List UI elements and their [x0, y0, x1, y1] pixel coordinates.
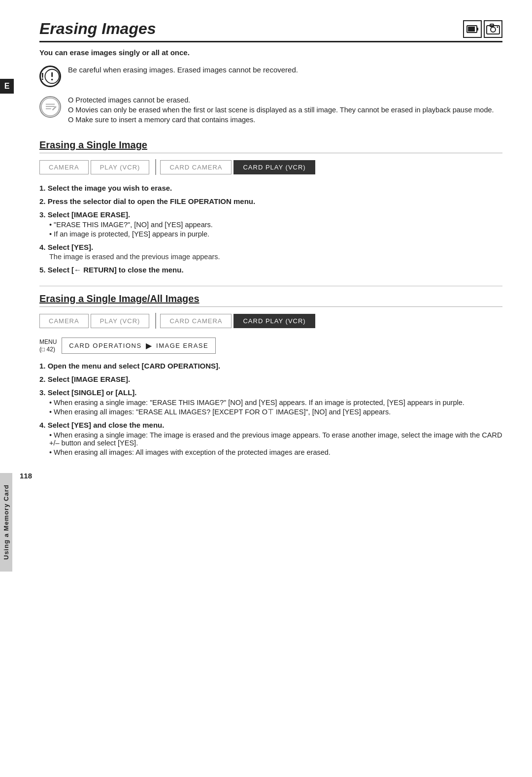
- warning-icon: [39, 66, 61, 87]
- svg-rect-8: [51, 72, 53, 77]
- step-1-3-detail-1: "ERASE THIS IMAGE?", [NO] and [YES] appe…: [49, 221, 502, 229]
- mode-btn-card-play-vcr-2[interactable]: CARD PLAY (VCR): [233, 314, 315, 328]
- mode-btn-card-camera-1[interactable]: CARD CAMERA: [160, 160, 232, 174]
- notes-box: Protected images cannot be erased. Movie…: [39, 96, 502, 126]
- svg-point-4: [491, 27, 496, 32]
- step-2-1-text: Open the menu and select [CARD OPERATION…: [48, 362, 221, 370]
- camera-icon: [484, 20, 502, 38]
- step-2-4-num: 4.: [39, 421, 46, 429]
- svg-point-6: [497, 26, 499, 28]
- step-1-3-details: "ERASE THIS IMAGE?", [NO] and [YES] appe…: [49, 221, 502, 238]
- step-2-3-detail-2: When erasing all images: "ERASE ALL IMAG…: [49, 408, 502, 416]
- section2-mode-buttons: CAMERA PLAY (VCR) CARD CAMERA CARD PLAY …: [39, 313, 502, 329]
- step-1-2: 2. Press the selector dial to open the F…: [39, 197, 502, 205]
- step-2-1: 1. Open the menu and select [CARD OPERAT…: [39, 362, 502, 370]
- section-divider: [39, 286, 502, 286]
- step-2-3: 3. Select [SINGLE] or [ALL]. When erasin…: [39, 388, 502, 416]
- mode-btn-camera-1[interactable]: CAMERA: [39, 160, 89, 174]
- step-1-1-text: Select the image you wish to erase.: [48, 184, 172, 192]
- step-2-3-num: 3.: [39, 388, 46, 397]
- step-1-5-text: Select [← RETURN] to close the menu.: [48, 266, 184, 274]
- step-1-3: 3. Select [IMAGE ERASE]. "ERASE THIS IMA…: [39, 210, 502, 238]
- page-title: Erasing Images: [39, 20, 502, 42]
- step-2-2-num: 2.: [39, 375, 46, 383]
- svg-point-9: [51, 79, 53, 81]
- mode-separator-2: [155, 313, 156, 329]
- step-2-1-num: 1.: [39, 362, 46, 370]
- menu-label: MENU (□ 42): [39, 338, 57, 353]
- step-1-5-num: 5.: [39, 266, 46, 274]
- mode-separator-1: [155, 159, 156, 175]
- step-2-4-detail-1: When erasing a single image: The image i…: [49, 431, 502, 447]
- note-item-2: Movies can only be erased when the first…: [68, 106, 494, 114]
- title-text: Erasing Images: [39, 20, 156, 38]
- menu-arrow-icon: ▶: [146, 341, 153, 350]
- mode-btn-card-play-vcr-1[interactable]: CARD PLAY (VCR): [233, 160, 315, 174]
- step-1-2-text: Press the selector dial to open the FILE…: [48, 197, 255, 205]
- step-1-4-text: Select [YES].: [48, 243, 94, 251]
- section1-mode-buttons: CAMERA PLAY (VCR) CARD CAMERA CARD PLAY …: [39, 159, 502, 175]
- step-2-4-text: Select [YES] and close the menu.: [48, 421, 165, 429]
- mode-btn-camera-2[interactable]: CAMERA: [39, 314, 89, 328]
- step-2-3-detail-1: When erasing a single image: "ERASE THIS…: [49, 399, 502, 406]
- step-1-1-num: 1.: [39, 184, 46, 192]
- menu-label-text: MENU: [39, 338, 57, 345]
- side-label: Using a Memory Card: [0, 473, 12, 572]
- page: E Using a Memory Card Erasing Images: [0, 0, 532, 495]
- menu-indicator: MENU (□ 42) CARD OPERATIONS ▶ IMAGE ERAS…: [39, 338, 502, 354]
- title-icons: [463, 20, 502, 38]
- mode-btn-card-camera-2[interactable]: CARD CAMERA: [160, 314, 232, 328]
- mode-btn-play-vcr-2[interactable]: PLAY (VCR): [91, 314, 150, 328]
- note-icon: [39, 96, 61, 118]
- svg-rect-1: [477, 28, 478, 31]
- warning-text: Be careful when erasing images. Erased i…: [68, 66, 298, 74]
- step-2-4: 4. Select [YES] and close the menu. When…: [39, 421, 502, 456]
- e-tab: E: [0, 79, 14, 94]
- menu-breadcrumb-1: CARD OPERATIONS: [69, 342, 141, 349]
- step-1-3-detail-2: If an image is protected, [YES] appears …: [49, 230, 502, 238]
- mode-btn-play-vcr-1[interactable]: PLAY (VCR): [91, 160, 150, 174]
- step-1-3-num: 3.: [39, 210, 46, 219]
- menu-breadcrumb: CARD OPERATIONS ▶ IMAGE ERASE: [62, 338, 216, 354]
- note-item-1: Protected images cannot be erased.: [68, 96, 494, 104]
- step-1-4-sub: The image is erased and the previous ima…: [49, 253, 502, 261]
- note-item-3: Make sure to insert a memory card that c…: [68, 116, 494, 124]
- intro-text: You can erase images singly or all at on…: [39, 48, 502, 57]
- section1-title: Erasing a Single Image: [39, 139, 502, 153]
- section2-title: Erasing a Single Image/All Images: [39, 293, 502, 307]
- step-2-3-text: Select [SINGLE] or [ALL].: [48, 388, 137, 397]
- page-number: 118: [20, 472, 32, 480]
- step-1-4-num: 4.: [39, 243, 46, 251]
- svg-rect-2: [468, 27, 475, 32]
- step-1-3-text: Select [IMAGE ERASE].: [48, 210, 131, 219]
- notes-list: Protected images cannot be erased. Movie…: [68, 96, 494, 126]
- section1-steps: 1. Select the image you wish to erase. 2…: [39, 184, 502, 274]
- section-erasing-single: Erasing a Single Image CAMERA PLAY (VCR)…: [39, 139, 502, 274]
- step-1-4: 4. Select [YES]. The image is erased and…: [39, 243, 502, 261]
- step-2-4-detail-2: When erasing all images: All images with…: [49, 448, 502, 456]
- step-2-2: 2. Select [IMAGE ERASE].: [39, 375, 502, 383]
- section2-steps: 1. Open the menu and select [CARD OPERAT…: [39, 362, 502, 456]
- step-2-3-details: When erasing a single image: "ERASE THIS…: [49, 399, 502, 416]
- menu-label-sub: (□ 42): [39, 346, 57, 353]
- step-2-2-text: Select [IMAGE ERASE].: [48, 375, 131, 383]
- step-1-2-num: 2.: [39, 197, 46, 205]
- warning-box: Be careful when erasing images. Erased i…: [39, 66, 502, 87]
- menu-breadcrumb-2: IMAGE ERASE: [156, 342, 208, 349]
- section-erasing-single-all: Erasing a Single Image/All Images CAMERA…: [39, 293, 502, 456]
- battery-icon: [463, 20, 482, 38]
- step-1-5: 5. Select [← RETURN] to close the menu.: [39, 266, 502, 274]
- step-2-4-details: When erasing a single image: The image i…: [49, 431, 502, 456]
- step-1-1: 1. Select the image you wish to erase.: [39, 184, 502, 192]
